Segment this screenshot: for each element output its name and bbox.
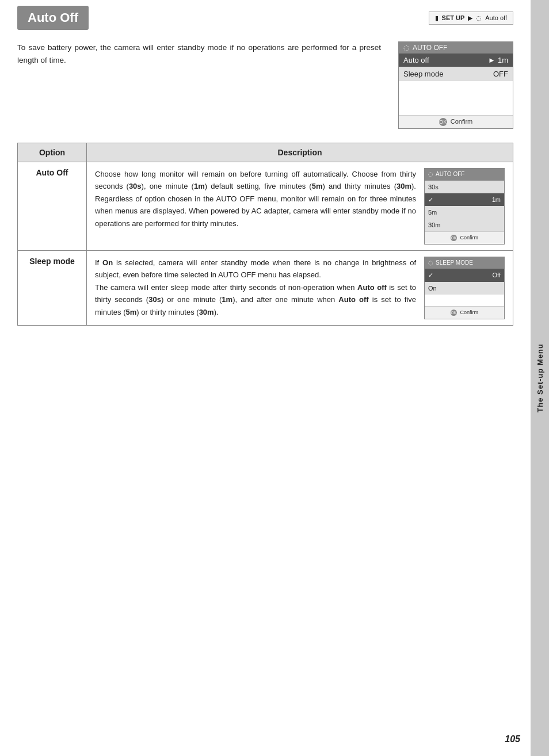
col-description-header: Description	[87, 143, 513, 162]
main-menu-footer: OK Confirm	[399, 116, 513, 128]
sleep-mode-submenu: ◌ SLEEP MODE ✓ Off On	[424, 257, 505, 319]
submenu-row-5m: 5m	[425, 206, 504, 219]
sidebar-tab: The Set-up Menu	[531, 0, 549, 756]
main-camera-menu: ◌ AUTO OFF Auto off ► 1m Sleep mode OFF …	[398, 41, 513, 129]
checkmark-icon-sleep: ✓	[428, 270, 433, 280]
breadcrumb: ▮ SET UP ▶ ◌ Auto off	[429, 12, 513, 25]
submenu-footer-sleep: OK Confirm	[425, 306, 504, 319]
main-content: Auto Off ▮ SET UP ▶ ◌ Auto off To save b…	[0, 0, 531, 343]
ok-icon-sleep: OK	[451, 310, 457, 316]
col-option-header: Option	[18, 143, 87, 162]
submenu-row-off: ✓ Off	[425, 269, 504, 281]
ok-icon-small: OK	[451, 235, 457, 241]
intro-section: To save battery power, the camera will e…	[17, 41, 513, 129]
submenu-title-auto-off: ◌ AUTO OFF	[425, 169, 504, 181]
submenu-clock-icon-sleep: ◌	[428, 258, 433, 268]
menu-row-label: Auto off	[403, 56, 429, 64]
menu-row-label: Sleep mode	[403, 70, 443, 78]
submenu-row-on: On	[425, 282, 504, 295]
submenu-row-30s: 30s	[425, 181, 504, 193]
menu-row-sleep-mode: Sleep mode OFF	[399, 67, 513, 81]
submenu-footer-auto-off: OK Confirm	[425, 231, 504, 244]
menu-row-auto-off: Auto off ► 1m	[399, 54, 513, 67]
breadcrumb-timer-icon: ◌	[476, 14, 482, 22]
breadcrumb-setup-label: SET UP	[442, 14, 465, 21]
ok-icon: OK	[439, 118, 447, 126]
menu-clock-icon: ◌	[403, 44, 409, 52]
title-box: Auto Off	[17, 6, 89, 30]
intro-text: To save battery power, the camera will e…	[17, 41, 381, 66]
menu-row-arrow: ►	[488, 56, 495, 64]
description-auto-off: Choose how long monitor will remain on b…	[87, 162, 513, 251]
submenu-row-1m: ✓ 1m	[425, 193, 504, 206]
sidebar-label: The Set-up Menu	[536, 343, 544, 413]
page-number: 105	[505, 734, 520, 744]
sleep-mode-text: If On is selected, camera will enter sta…	[95, 257, 416, 318]
submenu-row-30m: 30m	[425, 219, 504, 231]
breadcrumb-setup-icon: ▮	[435, 14, 439, 22]
breadcrumb-arrow: ▶	[468, 14, 472, 22]
option-name-auto-off: Auto Off	[18, 162, 87, 251]
page-title: Auto Off	[28, 10, 78, 25]
submenu-title-sleep: ◌ SLEEP MODE	[425, 257, 504, 269]
checkmark-icon: ✓	[428, 194, 433, 205]
header-bar: Auto Off ▮ SET UP ▶ ◌ Auto off	[17, 0, 513, 30]
options-table: Option Description Auto Off Choose how l…	[17, 143, 513, 326]
auto-off-text: Choose how long monitor will remain on b…	[95, 168, 416, 230]
description-sleep-mode: If On is selected, camera will enter sta…	[87, 250, 513, 325]
auto-off-submenu: ◌ AUTO OFF 30s ✓ 1m 5m	[424, 168, 505, 245]
main-menu-title: ◌ AUTO OFF	[399, 42, 513, 54]
breadcrumb-item-label: Auto off	[485, 14, 507, 21]
menu-row-value: 1m	[498, 56, 508, 64]
option-name-sleep-mode: Sleep mode	[18, 250, 87, 325]
menu-row-value: OFF	[493, 70, 508, 78]
table-row-auto-off: Auto Off Choose how long monitor will re…	[18, 162, 513, 251]
table-row-sleep-mode: Sleep mode If On is selected, camera wil…	[18, 250, 513, 325]
submenu-clock-icon: ◌	[428, 170, 433, 180]
